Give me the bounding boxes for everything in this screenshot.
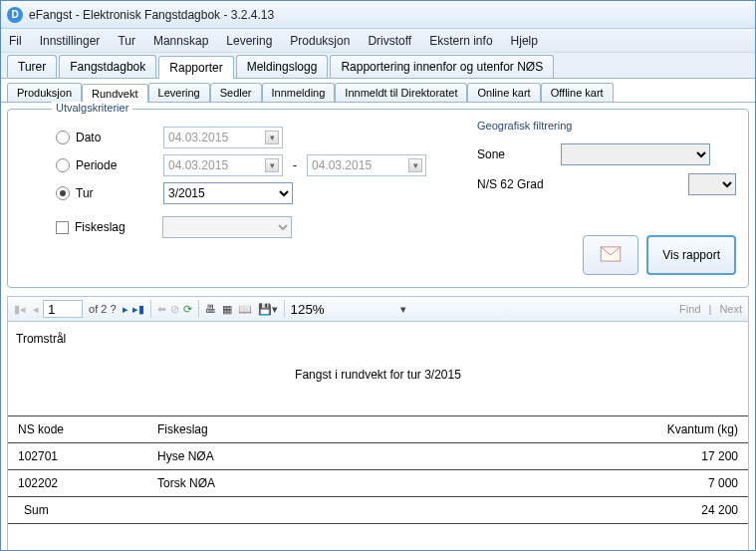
back-icon[interactable]: ⬅ [157,303,166,316]
ns62-select[interactable] [688,173,736,195]
subtab-online-kart[interactable]: Online kart [467,83,540,102]
page-of-label: of 2 ? [89,303,117,315]
tur-select[interactable]: 3/2015 [163,182,293,204]
menu-tur[interactable]: Tur [118,34,135,48]
tab-fangstdagbok[interactable]: Fangstdagbok [59,55,156,78]
email-button[interactable] [583,235,638,275]
col-fiskeslag: Fiskeslag [147,416,599,443]
menu-produksjon[interactable]: Produksjon [290,34,350,48]
window-title: eFangst - Elektronisk Fangstdagbok - 3.2… [29,8,274,22]
radio-dato[interactable] [56,131,70,144]
app-icon: D [7,7,23,23]
periode-separator: - [293,158,297,172]
checkbox-fiskeslag[interactable] [56,221,69,234]
subtab-offline-kart[interactable]: Offline kart [541,83,614,102]
vis-rapport-button[interactable]: Vis rapport [646,235,736,275]
menubar: Fil Innstillinger Tur Mannskap Levering … [1,29,755,53]
table-sum-row: Sum 24 200 [8,497,748,524]
subtab-produksjon[interactable]: Produksjon [7,83,82,102]
menu-mannskap[interactable]: Mannskap [153,34,208,48]
menu-innstillinger[interactable]: Innstillinger [40,34,101,48]
tab-rapporter[interactable]: Rapporter [158,56,233,79]
label-sone: Sone [477,147,561,161]
subtab-innmeldt-direktoratet[interactable]: Innmeldt til Direktoratet [335,83,467,102]
label-ns62: N/S 62 Grad [477,177,561,191]
menu-levering[interactable]: Levering [226,34,272,48]
tab-meldingslogg[interactable]: Meldingslogg [236,55,329,78]
subtab-innmelding[interactable]: Innmelding [262,83,336,102]
nav-prev-icon[interactable]: ◂ [33,303,39,315]
subtab-rundvekt[interactable]: Rundvekt [82,84,147,103]
radio-tur[interactable] [56,186,70,200]
calendar-icon[interactable]: ▾ [408,158,422,172]
find-separator: | [709,303,712,315]
nav-first-icon[interactable]: ▮◂ [14,303,26,315]
label-dato: Dato [76,131,163,144]
col-ns-kode: NS kode [8,416,147,443]
report-toolbar: ▮◂ ◂ of 2 ? ▸ ▸▮ ⬅ ⊘ ⟳ 🖶 ▦ 📖 💾▾ ▾ Find |… [7,296,749,322]
next-label[interactable]: Next [719,303,742,315]
menu-fil[interactable]: Fil [9,34,22,48]
export-icon[interactable]: 💾▾ [258,303,278,316]
report-viewer: Tromstrål Fangst i rundvekt for tur 3/20… [7,322,749,551]
print-layout-icon[interactable]: ▦ [222,303,232,316]
calendar-icon[interactable]: ▾ [265,158,279,172]
table-row: 102701 Hyse NØA 17 200 [8,443,748,470]
col-kvantum: Kvantum (kg) [599,416,748,443]
stop-icon[interactable]: ⊘ [170,303,179,316]
label-fiskeslag: Fiskeslag [75,220,162,234]
group-legend: Utvalgskriterier [52,102,132,114]
radio-periode[interactable] [56,158,70,172]
nav-next-icon[interactable]: ▸ [123,303,128,316]
refresh-icon[interactable]: ⟳ [183,303,192,316]
vessel-name: Tromstrål [8,322,748,350]
menu-ekstern-info[interactable]: Ekstern info [429,34,492,48]
find-label[interactable]: Find [679,303,700,315]
zoom-dropdown-icon[interactable]: ▾ [400,303,406,316]
tab-turer[interactable]: Turer [7,55,57,78]
sone-select[interactable] [561,143,710,165]
fiskeslag-select[interactable] [162,216,292,238]
table-row: 102202 Torsk NØA 7 000 [8,470,748,497]
print-icon[interactable]: 🖶 [205,303,216,315]
label-periode: Periode [76,158,163,172]
report-title: Fangst i rundvekt for tur 3/2015 [8,350,748,415]
envelope-icon [600,246,622,265]
tab-rapportering-nos[interactable]: Rapportering innenfor og utenfor NØS [330,55,554,78]
window-titlebar: D eFangst - Elektronisk Fangstdagbok - 3… [1,1,755,29]
report-table: NS kode Fiskeslag Kvantum (kg) 102701 Hy… [8,415,748,524]
menu-drivstoff[interactable]: Drivstoff [368,34,411,48]
utvalgskriterier-group: Utvalgskriterier Dato ▾ Periode ▾ - ▾ Tu… [7,109,749,288]
subtab-levering[interactable]: Levering [148,83,210,102]
menu-hjelp[interactable]: Hjelp [511,34,538,48]
geo-legend: Geografisk filtrering [477,120,736,132]
main-tabs: Turer Fangstdagbok Rapporter Meldingslog… [1,53,755,79]
nav-last-icon[interactable]: ▸▮ [132,303,144,316]
sub-tabs: Produksjon Rundvekt Levering Sedler Innm… [1,79,755,103]
zoom-select[interactable] [291,302,361,317]
page-input[interactable] [43,300,83,318]
calendar-icon[interactable]: ▾ [265,131,279,144]
subtab-sedler[interactable]: Sedler [210,83,262,102]
geo-filter-group: Geografisk filtrering Sone N/S 62 Grad [477,120,736,199]
page-setup-icon[interactable]: 📖 [238,303,252,316]
label-tur: Tur [76,186,163,200]
